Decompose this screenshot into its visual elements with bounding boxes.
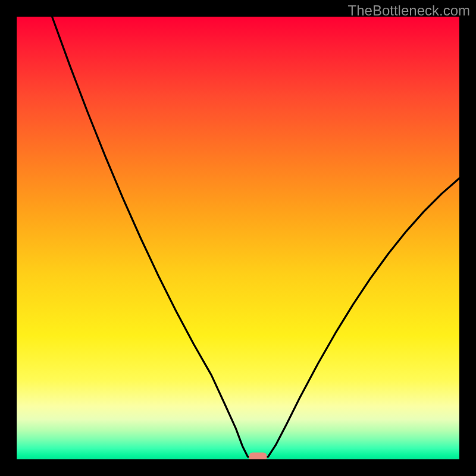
chart-stage: TheBottleneck.com <box>0 0 476 476</box>
curve-layer <box>17 17 459 459</box>
plot-area <box>17 17 459 459</box>
bottleneck-curve <box>52 17 459 457</box>
optimum-marker <box>249 453 267 459</box>
